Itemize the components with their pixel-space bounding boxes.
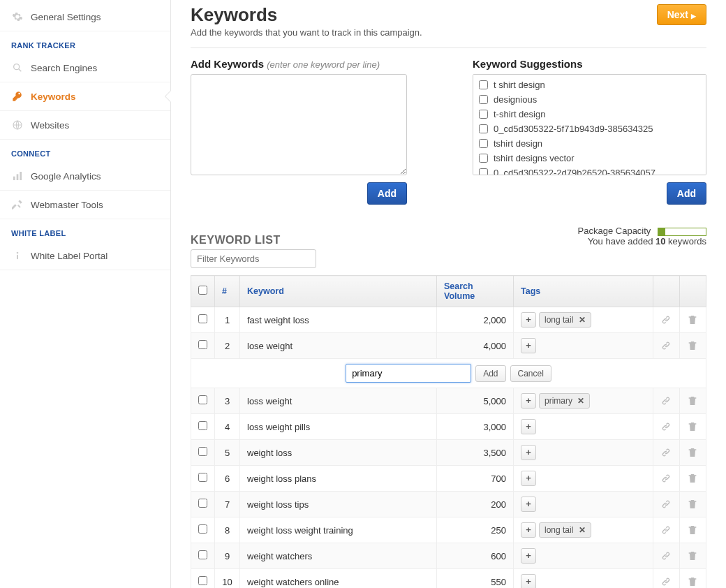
package-capacity: Package Capacity You have added 10 keywo…: [578, 226, 706, 247]
row-volume: 3,000: [437, 414, 514, 440]
sidebar-item-keywords[interactable]: Keywords: [0, 82, 170, 111]
add-tag-button[interactable]: +: [521, 393, 536, 409]
tag-chip[interactable]: long tail ✕: [539, 312, 591, 328]
suggestion-item[interactable]: tshirt designs vector: [477, 151, 702, 166]
sidebar-item-webmaster-tools[interactable]: Webmaster Tools: [0, 191, 170, 219]
next-button[interactable]: Next▶: [657, 4, 706, 25]
trash-icon[interactable]: [687, 499, 699, 510]
row-volume: 4,000: [437, 333, 514, 359]
sidebar-item-google-analytics[interactable]: Google Analytics: [0, 162, 170, 191]
suggestion-checkbox[interactable]: [479, 154, 488, 163]
col-keyword[interactable]: Keyword: [240, 276, 437, 307]
add-keywords-button[interactable]: Add: [367, 182, 407, 205]
add-tag-button[interactable]: +: [521, 522, 536, 538]
row-checkbox[interactable]: [198, 499, 207, 508]
sidebar-item-label: Google Analytics: [31, 171, 101, 182]
add-tag-button[interactable]: +: [521, 497, 536, 512]
add-tag-button[interactable]: +: [521, 312, 536, 328]
page-subtitle: Add the keywords that you want to track …: [191, 27, 422, 38]
row-checkbox[interactable]: [198, 314, 207, 323]
keyword-table: # Keyword Search Volume Tags 1fast weigh…: [191, 275, 706, 588]
row-checkbox[interactable]: [198, 473, 207, 482]
tag-input[interactable]: [346, 364, 471, 383]
link-icon[interactable]: [660, 447, 672, 458]
suggestion-checkbox[interactable]: [479, 95, 488, 104]
suggestion-checkbox[interactable]: [479, 110, 488, 119]
link-icon[interactable]: [660, 524, 672, 536]
trash-icon[interactable]: [687, 473, 699, 484]
search-icon: [11, 61, 24, 74]
info-icon: [11, 249, 24, 262]
col-volume[interactable]: Search Volume: [437, 276, 514, 307]
suggestion-checkbox[interactable]: [479, 139, 488, 148]
tag-remove-icon[interactable]: ✕: [577, 396, 584, 406]
svg-point-0: [14, 64, 20, 70]
sidebar-item-label: Websites: [31, 120, 69, 131]
add-keywords-textarea[interactable]: [191, 74, 407, 175]
link-icon[interactable]: [660, 421, 672, 432]
sidebar-item-white-label-portal[interactable]: White Label Portal: [0, 242, 170, 270]
add-keywords-heading: Add Keywords (enter one keyword per line…: [191, 58, 410, 70]
suggestion-checkbox[interactable]: [479, 124, 488, 133]
link-icon[interactable]: [660, 576, 672, 587]
add-tag-button[interactable]: +: [521, 445, 536, 460]
suggestion-item[interactable]: t-shirt design: [477, 107, 702, 122]
suggestions-list[interactable]: t shirt designdesignioust-shirt design0_…: [473, 74, 706, 175]
row-checkbox[interactable]: [198, 447, 207, 456]
add-suggestions-button[interactable]: Add: [667, 182, 706, 205]
link-icon[interactable]: [660, 395, 672, 406]
trash-icon[interactable]: [687, 314, 699, 325]
link-icon[interactable]: [660, 499, 672, 510]
trash-icon[interactable]: [687, 395, 699, 406]
tag-chip[interactable]: primary ✕: [539, 393, 590, 409]
tag-chip[interactable]: long tail ✕: [539, 522, 591, 538]
link-icon[interactable]: [660, 314, 672, 325]
table-row: 7weight loss tips200+: [191, 492, 706, 517]
trash-icon[interactable]: [687, 340, 699, 351]
sidebar-item-websites[interactable]: Websites: [0, 111, 170, 140]
suggestion-item[interactable]: 0_cd5d305322-5f71b943d9-385634325: [477, 122, 702, 136]
tag-remove-icon[interactable]: ✕: [579, 525, 586, 535]
suggestion-item[interactable]: tshirt design: [477, 136, 702, 151]
row-checkbox[interactable]: [198, 340, 207, 349]
trash-icon[interactable]: [687, 447, 699, 458]
sidebar-item-general-settings[interactable]: General Settings: [0, 3, 170, 31]
inline-add-button[interactable]: Add: [475, 365, 505, 382]
row-checkbox[interactable]: [198, 395, 207, 404]
trash-icon[interactable]: [687, 550, 699, 561]
link-icon[interactable]: [660, 340, 672, 351]
capacity-bar: [658, 228, 706, 236]
row-checkbox[interactable]: [198, 524, 207, 534]
trash-icon[interactable]: [687, 576, 699, 587]
sidebar-item-search-engines[interactable]: Search Engines: [0, 54, 170, 82]
row-checkbox[interactable]: [198, 550, 207, 559]
suggestion-label: tshirt designs vector: [494, 153, 575, 163]
tag-remove-icon[interactable]: ✕: [579, 315, 586, 325]
suggestion-item[interactable]: 0_cd5d305322-2d79b26520-385634057: [477, 166, 702, 175]
row-keyword: weight watchers: [240, 543, 437, 569]
suggestion-item[interactable]: t shirt design: [477, 78, 702, 92]
link-icon[interactable]: [660, 550, 672, 561]
row-checkbox[interactable]: [198, 576, 207, 585]
link-icon[interactable]: [660, 473, 672, 484]
add-tag-button[interactable]: +: [521, 419, 536, 434]
suggestion-checkbox[interactable]: [479, 168, 488, 175]
row-number: 7: [215, 492, 240, 517]
trash-icon[interactable]: [687, 524, 699, 536]
col-tags[interactable]: Tags: [514, 276, 653, 307]
row-checkbox[interactable]: [198, 421, 207, 430]
select-all-checkbox[interactable]: [198, 286, 207, 295]
suggestion-item[interactable]: designious: [477, 92, 702, 107]
filter-keywords-input[interactable]: [191, 249, 316, 268]
add-tag-button[interactable]: +: [521, 548, 536, 564]
col-number[interactable]: #: [215, 276, 240, 307]
add-tag-button[interactable]: +: [521, 574, 536, 588]
svg-point-6: [17, 252, 19, 254]
trash-icon[interactable]: [687, 421, 699, 432]
add-tag-button[interactable]: +: [521, 338, 536, 353]
table-row: 5weight loss3,500+: [191, 440, 706, 466]
inline-cancel-button[interactable]: Cancel: [510, 365, 551, 382]
suggestion-checkbox[interactable]: [479, 80, 488, 89]
globe-icon: [11, 119, 24, 131]
add-tag-button[interactable]: +: [521, 471, 536, 486]
